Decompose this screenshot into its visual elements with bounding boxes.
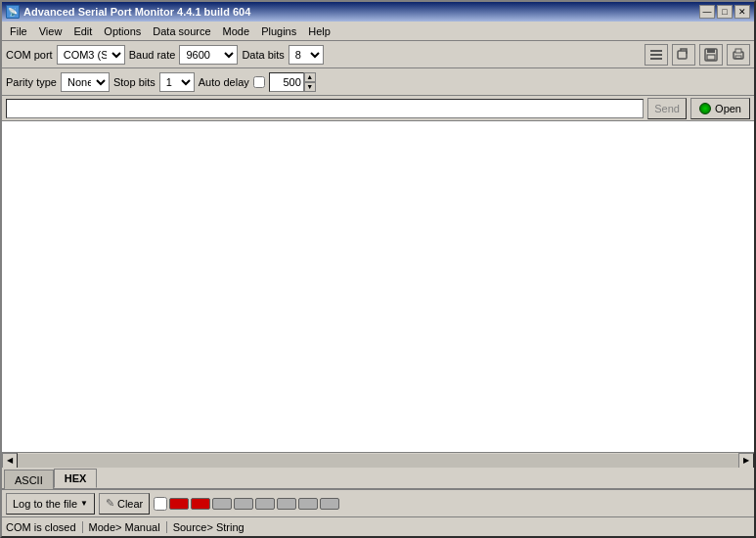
- tab-ascii[interactable]: ASCII: [4, 470, 54, 489]
- main-data-area: [2, 121, 754, 452]
- menu-options[interactable]: Options: [98, 23, 147, 39]
- toolbar-row-1: COM port COM3 (S Baud rate 9600 Data bit…: [2, 41, 754, 68]
- source-label: Source>: [173, 521, 213, 533]
- minimize-button[interactable]: —: [699, 5, 715, 19]
- menu-datasource[interactable]: Data source: [147, 23, 216, 39]
- icon-btn-1[interactable]: [645, 44, 668, 66]
- svg-rect-1: [650, 54, 662, 56]
- svg-rect-5: [707, 49, 715, 53]
- menu-file[interactable]: File: [4, 23, 33, 39]
- auto-delay-spinner: ▲ ▼: [269, 72, 316, 92]
- menu-help[interactable]: Help: [302, 23, 336, 39]
- svg-rect-8: [735, 49, 741, 53]
- open-button-label: Open: [715, 103, 741, 114]
- send-input[interactable]: [6, 99, 644, 118]
- spinner-down[interactable]: ▼: [304, 82, 316, 92]
- tab-ascii-label: ASCII: [15, 474, 43, 486]
- svg-rect-9: [735, 56, 741, 59]
- baud-rate-label: Baud rate: [129, 49, 176, 61]
- log-dropdown-icon: ▼: [80, 499, 88, 508]
- menu-plugins[interactable]: Plugins: [255, 23, 302, 39]
- title-bar-left: 📡 Advanced Serial Port Monitor 4.4.1 bui…: [6, 5, 250, 19]
- send-button[interactable]: Send: [647, 98, 687, 119]
- led-red-2: [191, 498, 210, 510]
- menu-bar: File View Edit Options Data source Mode …: [2, 22, 754, 41]
- led-gray-3: [255, 498, 275, 510]
- scroll-right-button[interactable]: ▶: [738, 453, 754, 469]
- menu-mode[interactable]: Mode: [217, 23, 256, 39]
- spinner-arrows: ▲ ▼: [304, 72, 316, 92]
- icon-btn-3[interactable]: [699, 44, 723, 66]
- mode-label: Mode>: [89, 521, 122, 533]
- app-icon: 📡: [6, 5, 20, 19]
- icon-btn-2[interactable]: [672, 44, 695, 66]
- parity-select[interactable]: None: [61, 72, 110, 92]
- stop-bits-label: Stop bits: [113, 76, 156, 88]
- eraser-icon: ✎: [106, 497, 114, 510]
- status-bar: COM is closed Mode> Manual Source> Strin…: [2, 516, 754, 536]
- led-gray-5: [298, 498, 318, 510]
- main-window: 📡 Advanced Serial Port Monitor 4.4.1 bui…: [0, 0, 756, 538]
- close-button[interactable]: ✕: [734, 5, 750, 19]
- led-gray-6: [320, 498, 339, 510]
- auto-delay-label: Auto delay: [199, 76, 249, 88]
- led-checkbox-1[interactable]: [154, 497, 167, 511]
- log-to-file-label: Log to the file: [13, 498, 77, 510]
- clear-label: Clear: [117, 498, 143, 510]
- tabs-bar: ASCII HEX: [2, 468, 754, 489]
- open-button[interactable]: Open: [690, 98, 750, 119]
- window-controls: — □ ✕: [699, 5, 750, 19]
- spinner-up[interactable]: ▲: [304, 72, 316, 82]
- svg-rect-2: [650, 58, 662, 60]
- auto-delay-checkbox[interactable]: [253, 76, 265, 88]
- h-scrollbar: ◀ ▶: [2, 452, 754, 468]
- menu-edit[interactable]: Edit: [67, 23, 98, 39]
- svg-rect-6: [707, 55, 715, 60]
- menu-view[interactable]: View: [33, 23, 68, 39]
- icon-btn-4[interactable]: [727, 44, 750, 66]
- source-status: Source> String: [173, 521, 250, 533]
- led-gray-2: [234, 498, 253, 510]
- svg-rect-0: [650, 50, 662, 52]
- parity-label: Parity type: [6, 76, 57, 88]
- scroll-track[interactable]: [18, 454, 738, 468]
- bottom-toolbar: Log to the file ▼ ✎ Clear: [2, 489, 754, 516]
- stop-bits-select[interactable]: 1: [159, 72, 195, 92]
- send-row: Send Open: [2, 96, 754, 121]
- auto-delay-input[interactable]: [269, 72, 304, 92]
- tab-hex[interactable]: HEX: [54, 469, 98, 488]
- scroll-left-button[interactable]: ◀: [2, 453, 18, 469]
- mode-value: Manual: [125, 521, 160, 533]
- toolbar-row-2: Parity type None Stop bits 1 Auto delay …: [2, 68, 754, 96]
- maximize-button[interactable]: □: [717, 5, 733, 19]
- com-status: COM is closed: [6, 521, 83, 533]
- source-value: String: [216, 521, 245, 533]
- com-port-select[interactable]: COM3 (S: [57, 45, 125, 65]
- data-bits-label: Data bits: [242, 49, 284, 61]
- log-to-file-button[interactable]: Log to the file ▼: [6, 493, 95, 515]
- baud-rate-select[interactable]: 9600: [179, 45, 238, 65]
- data-bits-select[interactable]: 8: [289, 45, 324, 65]
- tab-hex-label: HEX: [65, 472, 87, 484]
- led-gray-1: [212, 498, 232, 510]
- title-bar: 📡 Advanced Serial Port Monitor 4.4.1 bui…: [2, 2, 754, 22]
- led-group: [154, 497, 339, 511]
- led-red-1: [169, 498, 189, 510]
- com-port-label: COM port: [6, 49, 53, 61]
- svg-rect-3: [678, 51, 687, 59]
- clear-button[interactable]: ✎ Clear: [99, 493, 150, 515]
- led-gray-4: [277, 498, 296, 510]
- open-indicator-icon: [699, 103, 711, 114]
- mode-status: Mode> Manual: [89, 521, 167, 533]
- window-title: Advanced Serial Port Monitor 4.4.1 build…: [23, 6, 250, 18]
